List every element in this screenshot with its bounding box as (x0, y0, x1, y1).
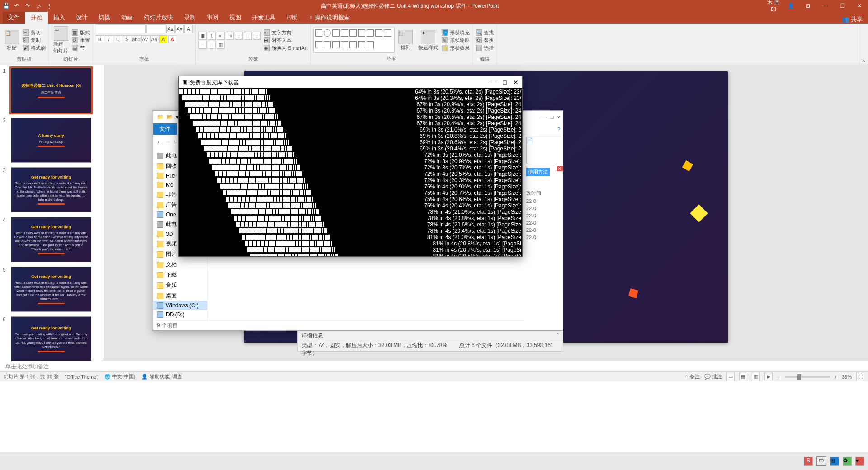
tree-item[interactable]: DD (D:) (153, 310, 207, 319)
align-left-icon[interactable]: ≡ (244, 32, 252, 40)
slide-thumbnail[interactable]: 选择性必修二 Unit 4 Humour (6) 高二年级 英语 (11, 68, 91, 113)
case-icon[interactable]: Aa (150, 35, 158, 43)
share-button[interactable]: 👥 共享 (842, 15, 863, 24)
columns-icon[interactable]: ▥ (217, 41, 225, 49)
tree-item[interactable]: 桌面 (153, 291, 207, 301)
select-button[interactable]: ⬚选择 (476, 45, 494, 52)
redo-icon[interactable]: ↷ (24, 2, 32, 10)
slide-thumbnail[interactable]: Get ready for writing Read a story. Add … (11, 167, 91, 212)
font-size-input[interactable] (146, 24, 165, 33)
section-button[interactable]: ▤节 (72, 45, 90, 52)
tree-item[interactable]: 下载 (153, 270, 207, 280)
line-spacing-icon[interactable]: ≡ (235, 32, 243, 40)
tray-icon[interactable]: ✿ (843, 457, 852, 466)
tab-slideshow[interactable]: 幻灯片放映 (138, 12, 179, 24)
minimize-icon[interactable]: — (491, 79, 497, 86)
comments-button[interactable]: 💬 批注 (704, 373, 722, 380)
reset-button[interactable]: ↺重置 (72, 37, 90, 44)
ime-lang-button[interactable]: 中 (816, 456, 826, 466)
copy-button[interactable]: ⎘复制 (23, 37, 46, 44)
tab-insert[interactable]: 插入 (48, 12, 71, 24)
tab-file[interactable]: 文件 (3, 12, 25, 24)
collapse-icon[interactable]: ˄ (557, 333, 559, 339)
align-text-button[interactable]: ⊟对齐文本 (264, 37, 307, 44)
quick-styles-button[interactable]: ✦快速样式 (416, 29, 440, 52)
decrease-font-icon[interactable]: A▾ (175, 25, 184, 33)
minimize-icon[interactable]: — (818, 3, 832, 9)
font-color-icon[interactable]: A (168, 35, 176, 43)
slideshow-view-icon[interactable]: ▶ (764, 373, 773, 381)
tray-icon[interactable]: ⊞ (830, 457, 839, 466)
explorer-file-tab[interactable]: 文件 (153, 123, 177, 135)
console-titlebar[interactable]: ▣ 免费百度文库下载器 — □ ✕ (179, 76, 522, 88)
help-icon[interactable]: ? (557, 127, 560, 132)
tab-home[interactable]: 开始 (25, 12, 48, 24)
console-output[interactable]: 64% in 3s (20.5%/s, eta: 2s) [PageSize]:… (179, 88, 522, 256)
tree-item[interactable]: 文档 (153, 259, 207, 270)
tab-transitions[interactable]: 切换 (93, 12, 116, 24)
touch-icon[interactable]: ⋮ (45, 2, 53, 10)
usage-tag[interactable]: 使用方法 (526, 168, 550, 176)
paste-button[interactable]: 📋粘贴 (3, 29, 21, 52)
zoom-slider[interactable] (785, 376, 830, 378)
undo-icon[interactable]: ↶ (13, 2, 21, 10)
maximize-icon[interactable]: □ (503, 79, 507, 86)
clear-format-icon[interactable]: A̶ (184, 25, 193, 33)
highlight-icon[interactable]: A (159, 35, 167, 43)
bullets-icon[interactable]: ≣ (198, 32, 207, 40)
maximize-icon[interactable]: ❐ (835, 3, 849, 9)
tree-item[interactable]: Windows (C:) (153, 301, 207, 310)
shape-outline-button[interactable]: ✎形状轮廓 (442, 37, 470, 44)
slide-thumbnail[interactable]: Get ready for writing Read a story. Add … (11, 217, 91, 262)
slide-thumbnails-panel[interactable]: 1 选择性必修二 Unit 4 Humour (6) 高二年级 英语 2 A f… (0, 65, 104, 361)
user-label[interactable]: 宋 国印 (767, 0, 780, 14)
shape-fill-button[interactable]: 🪣形状填充 (442, 29, 470, 36)
slide-thumbnail[interactable]: Get ready for writing Compare your endin… (11, 316, 91, 361)
tab-design[interactable]: 设计 (71, 12, 93, 24)
reading-view-icon[interactable]: ▥ (752, 373, 760, 381)
tab-help[interactable]: 帮助 (281, 12, 303, 24)
tab-animations[interactable]: 动画 (116, 12, 138, 24)
smartart-button[interactable]: ◈转换为 SmartArt (264, 45, 307, 52)
shape-effects-button[interactable]: ✨形状效果 (442, 45, 470, 52)
align-right-icon[interactable]: ≡ (198, 41, 207, 49)
tag-close-icon[interactable]: × (557, 166, 563, 171)
text-direction-button[interactable]: ↕文字方向 (264, 29, 307, 36)
sorter-view-icon[interactable]: ▦ (739, 373, 747, 381)
tree-item[interactable]: 音乐 (153, 280, 207, 291)
arrange-button[interactable]: ⬚排列 (396, 29, 415, 52)
start-icon[interactable]: ▷ (34, 2, 42, 10)
notes-pane[interactable]: 单击此处添加备注 (0, 361, 868, 371)
find-button[interactable]: 🔍查找 (476, 29, 494, 36)
font-family-input[interactable] (96, 24, 146, 33)
shapes-gallery[interactable] (313, 28, 395, 53)
details-header[interactable]: 详细信息 (302, 332, 323, 339)
tab-view[interactable]: 视图 (224, 12, 246, 24)
slide-counter[interactable]: 幻灯片 第 1 张，共 36 张 (4, 373, 59, 380)
underline-icon[interactable]: U (114, 35, 122, 43)
zoom-in-icon[interactable]: + (835, 374, 837, 380)
slide-thumbnail[interactable]: Get ready for writing Read a story. Add … (11, 267, 91, 312)
italic-icon[interactable]: I (105, 35, 113, 43)
notes-button[interactable]: ≐ 备注 (684, 373, 700, 380)
close-icon[interactable]: × (557, 114, 560, 120)
replace-button[interactable]: ⟲替换 (476, 37, 494, 44)
bold-icon[interactable]: B (96, 35, 104, 43)
ime-s-icon[interactable]: S (804, 457, 813, 466)
layout-button[interactable]: ▦版式 (72, 29, 90, 36)
shadow-icon[interactable]: abc (132, 35, 140, 43)
zoom-level[interactable]: 36% (842, 374, 852, 380)
ribbon-collapse-icon[interactable]: ^ (859, 24, 868, 65)
spacing-icon[interactable]: AV (141, 35, 149, 43)
lang-label[interactable]: 🌐 中文(中国) (104, 373, 135, 380)
back-icon[interactable]: ← (157, 139, 162, 145)
up-icon[interactable]: ↑ (173, 139, 176, 145)
normal-view-icon[interactable]: ▭ (726, 373, 735, 381)
numbering-icon[interactable]: ⒈ (208, 32, 216, 40)
minimize-icon[interactable]: — (542, 114, 547, 120)
slide-thumbnail[interactable]: A funny story Writing workshop (11, 118, 91, 163)
accessibility-label[interactable]: 👤 辅助功能: 调查 (142, 373, 182, 380)
ribbon-options-icon[interactable]: ⊡ (801, 3, 815, 9)
forward-icon[interactable]: → (165, 139, 170, 145)
format-painter-button[interactable]: 🖌格式刷 (23, 45, 46, 52)
